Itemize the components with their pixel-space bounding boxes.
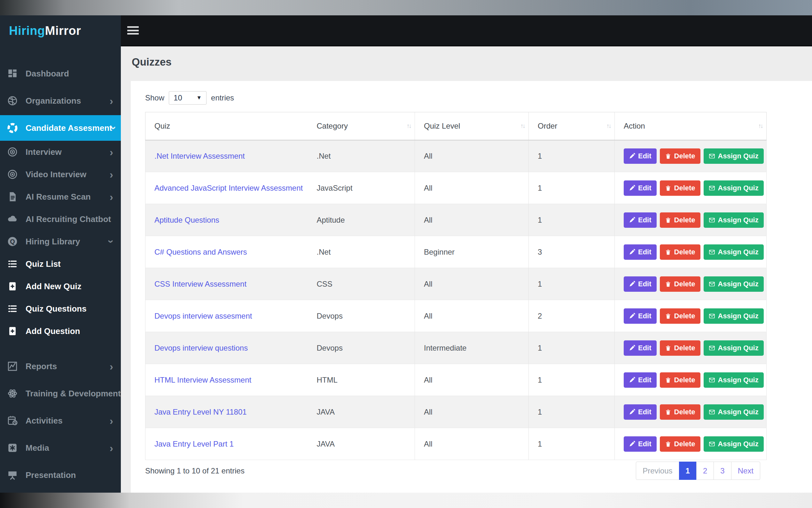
assign-quiz-button[interactable]: Assign Quiz <box>704 436 764 452</box>
column-header-action[interactable]: Action↑↓ <box>615 112 767 140</box>
delete-button[interactable]: Delete <box>660 436 701 452</box>
sidebar-item-activities[interactable]: Activities› <box>0 410 121 432</box>
sidebar-item-add-new-quiz[interactable]: Add New Quiz <box>0 275 121 297</box>
page-button-previous[interactable]: Previous <box>636 462 679 480</box>
sidebar-item-add-question[interactable]: Add Question <box>0 320 121 342</box>
assign-quiz-button[interactable]: Assign Quiz <box>704 405 764 420</box>
assign-quiz-button[interactable]: Assign Quiz <box>704 372 764 388</box>
assign-quiz-button[interactable]: Assign Quiz <box>704 180 764 196</box>
quiz-link[interactable]: Devops interview questions <box>154 344 248 352</box>
edit-button[interactable]: Edit <box>624 308 657 324</box>
delete-button[interactable]: Delete <box>660 308 701 324</box>
trash-icon <box>665 249 671 255</box>
page-button-1[interactable]: 1 <box>679 462 697 480</box>
edit-button[interactable]: Edit <box>624 212 657 228</box>
table-row: Devops interview questionsDevopsIntermed… <box>145 332 767 364</box>
column-header-category[interactable]: Category↑↓ <box>308 112 415 140</box>
order-cell: 1 <box>529 204 615 236</box>
hamburger-icon[interactable] <box>127 26 139 35</box>
app-logo[interactable]: HiringMirror <box>0 15 121 46</box>
envelope-icon <box>709 441 715 447</box>
quiz-level-cell: All <box>415 268 529 300</box>
assign-quiz-button[interactable]: Assign Quiz <box>704 277 764 292</box>
pencil-icon <box>629 185 635 191</box>
sidebar-item-label: Hiring Library <box>26 237 110 247</box>
pagination: Previous123Next <box>636 462 760 480</box>
sidebar-item-hiring-library[interactable]: QHiring Library› <box>0 230 121 253</box>
edit-button[interactable]: Edit <box>624 149 657 164</box>
envelope-icon <box>709 409 715 415</box>
sidebar-item-quiz-list[interactable]: Quiz List <box>0 253 121 275</box>
page-size-select[interactable]: 10 ▼ <box>169 91 206 104</box>
assign-quiz-button[interactable]: Assign Quiz <box>704 212 764 228</box>
edit-button[interactable]: Edit <box>624 277 657 292</box>
sidebar-item-quiz-questions[interactable]: Quiz Questions <box>0 297 121 320</box>
quiz-link[interactable]: Advanced JavaScript Interview Assessment <box>154 184 303 192</box>
order-cell: 1 <box>529 268 615 300</box>
page-button-next[interactable]: Next <box>731 462 760 480</box>
delete-button[interactable]: Delete <box>660 372 701 388</box>
assign-quiz-button[interactable]: Assign Quiz <box>704 340 764 356</box>
presentation-icon <box>6 469 18 481</box>
topbar <box>121 15 812 46</box>
sidebar-item-label: Candidate Assesment <box>26 123 112 133</box>
quiz-link[interactable]: C# Questions and Answers <box>154 248 247 256</box>
delete-button[interactable]: Delete <box>660 340 701 356</box>
quiz-link[interactable]: CSS Interview Assessment <box>154 280 246 288</box>
quiz-link[interactable]: Java Entry Level Part 1 <box>154 439 234 448</box>
sidebar-item-ai-recruiting-chatbot[interactable]: AI Recruiting Chatbot <box>0 208 121 230</box>
quiz-link[interactable]: Aptitude Questions <box>154 216 219 224</box>
main-content: Quizzes Show 10 ▼ entries QuizCategory↑↓… <box>121 47 812 493</box>
sidebar-item-ai-resume-scan[interactable]: AI Resume Scan› <box>0 185 121 208</box>
sidebar-item-label: Activities <box>26 416 110 426</box>
edit-button[interactable]: Edit <box>624 372 657 388</box>
edit-button[interactable]: Edit <box>624 405 657 420</box>
column-header-quiz[interactable]: Quiz <box>145 112 308 140</box>
sidebar-item-label: Media <box>26 443 110 453</box>
quiz-level-cell: All <box>415 204 529 236</box>
chevron-right-icon: › <box>110 191 113 202</box>
pencil-icon <box>629 313 635 319</box>
column-header-quiz-level[interactable]: Quiz Level↑↓ <box>415 112 529 140</box>
sidebar-item-label: Interview <box>26 147 110 157</box>
envelope-icon <box>709 345 715 351</box>
order-cell: 1 <box>529 428 615 460</box>
sidebar-item-reports[interactable]: Reports› <box>0 355 121 378</box>
sort-icon: ↑↓ <box>607 123 611 130</box>
delete-button[interactable]: Delete <box>660 149 701 164</box>
column-header-order[interactable]: Order↑↓ <box>529 112 615 140</box>
pencil-icon <box>629 153 635 159</box>
page-button-2[interactable]: 2 <box>696 462 714 480</box>
quizzes-table: QuizCategory↑↓Quiz Level↑↓Order↑↓Action↑… <box>145 112 767 460</box>
edit-button[interactable]: Edit <box>624 244 657 260</box>
table-row: Java Entry Level NY 11801JAVAAll1EditDel… <box>145 396 767 428</box>
assign-quiz-button[interactable]: Assign Quiz <box>704 244 764 260</box>
quiz-cell: CSS Interview Assessment <box>145 268 308 300</box>
quiz-level-cell: All <box>415 428 529 460</box>
delete-button[interactable]: Delete <box>660 405 701 420</box>
sidebar-item-media[interactable]: Media› <box>0 437 121 459</box>
sidebar-item-candidate-assesment[interactable]: Candidate Assesment› <box>0 115 121 141</box>
assign-quiz-button[interactable]: Assign Quiz <box>704 308 764 324</box>
page-button-3[interactable]: 3 <box>714 462 731 480</box>
assign-quiz-button[interactable]: Assign Quiz <box>704 149 764 164</box>
quiz-link[interactable]: Java Entry Level NY 11801 <box>154 408 247 416</box>
quiz-link[interactable]: Devops interview assesment <box>154 311 252 320</box>
sidebar-item-video-interview[interactable]: Video Interview› <box>0 163 121 185</box>
sidebar-item-presentation[interactable]: Presentation <box>0 464 121 486</box>
sort-icon: ↑↓ <box>407 123 411 130</box>
sidebar-item-organizations[interactable]: Organizations› <box>0 90 121 112</box>
edit-button[interactable]: Edit <box>624 436 657 452</box>
delete-button[interactable]: Delete <box>660 244 701 260</box>
delete-button[interactable]: Delete <box>660 180 701 196</box>
sidebar-item-training-development[interactable]: Training & Development› <box>0 382 121 405</box>
category-cell: CSS <box>308 268 415 300</box>
delete-button[interactable]: Delete <box>660 277 701 292</box>
edit-button[interactable]: Edit <box>624 180 657 196</box>
delete-button[interactable]: Delete <box>660 212 701 228</box>
quiz-link[interactable]: .Net Interview Assessment <box>154 152 245 160</box>
quiz-link[interactable]: HTML Interview Assessment <box>154 376 251 384</box>
sidebar-item-interview[interactable]: Interview› <box>0 141 121 163</box>
sidebar-item-dashboard[interactable]: Dashboard <box>0 62 121 85</box>
edit-button[interactable]: Edit <box>624 340 657 356</box>
